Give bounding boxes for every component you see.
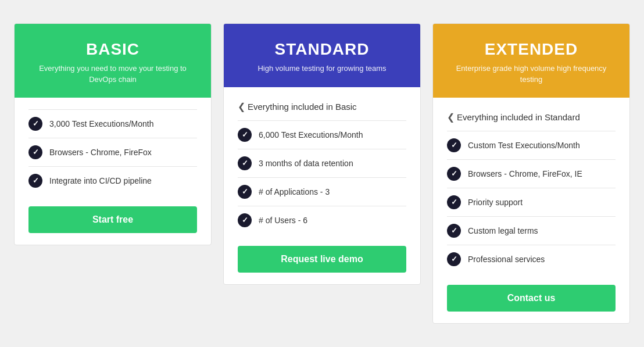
plan-header-standard: STANDARDHigh volume testing for growing … — [224, 24, 420, 87]
feature-text-standard-2: # of Applications - 3 — [259, 187, 330, 196]
feature-text-basic-1: Browsers - Chrome, FireFox — [49, 148, 152, 157]
plan-card-standard: STANDARDHigh volume testing for growing … — [223, 23, 421, 284]
plan-title-standard: STANDARD — [235, 40, 409, 59]
feature-item-standard-3: # of Users - 6 — [238, 206, 406, 234]
feature-text-extended-0: Custom Test Executions/Month — [468, 141, 580, 150]
feature-item-standard-2: # of Applications - 3 — [238, 177, 406, 206]
check-icon-basic-0 — [28, 117, 42, 131]
plan-card-extended: EXTENDEDEnterprise grade high volume hig… — [432, 23, 630, 323]
feature-text-extended-1: Browsers - Chrome, FireFox, IE — [468, 169, 582, 178]
feature-item-extended-2: Priority support — [447, 188, 616, 216]
feature-item-extended-0: Custom Test Executions/Month — [447, 131, 616, 159]
includes-arrow-icon: ❮ — [238, 101, 245, 112]
plan-title-basic: BASIC — [26, 40, 199, 59]
pricing-container: BASICEverything you need to move your te… — [14, 23, 630, 323]
plan-subtitle-extended: Enterprise grade high volume high freque… — [445, 63, 618, 84]
feature-item-standard-0: 6,000 Test Executions/Month — [238, 120, 406, 149]
feature-text-extended-3: Custom legal terms — [468, 226, 538, 235]
plan-subtitle-standard: High volume testing for growing teams — [235, 63, 409, 74]
feature-item-basic-1: Browsers - Chrome, FireFox — [28, 138, 197, 166]
plan-body-standard: ❮ Everything included in Basic6,000 Test… — [224, 87, 420, 284]
check-icon-extended-0 — [447, 138, 461, 152]
feature-item-extended-4: Professional services — [447, 245, 616, 273]
check-icon-extended-1 — [447, 167, 461, 181]
feature-text-basic-0: 3,000 Test Executions/Month — [49, 119, 154, 128]
feature-text-extended-2: Priority support — [468, 198, 523, 207]
check-icon-standard-2 — [238, 185, 252, 199]
plan-card-basic: BASICEverything you need to move your te… — [14, 23, 212, 245]
cta-button-basic[interactable]: Start free — [28, 206, 197, 233]
plan-title-extended: EXTENDED — [445, 40, 618, 59]
cta-button-extended[interactable]: Contact us — [447, 285, 616, 312]
check-icon-extended-4 — [447, 252, 461, 266]
check-icon-extended-3 — [447, 224, 461, 238]
plan-body-basic: 3,000 Test Executions/MonthBrowsers - Ch… — [15, 98, 211, 245]
plan-subtitle-basic: Everything you need to move your testing… — [26, 63, 199, 84]
feature-item-extended-1: Browsers - Chrome, FireFox, IE — [447, 159, 616, 188]
plan-includes-extended: ❮ Everything included in Standard — [447, 112, 616, 123]
check-icon-standard-0 — [238, 128, 252, 142]
plan-body-extended: ❮ Everything included in StandardCustom … — [433, 98, 629, 323]
feature-item-basic-0: 3,000 Test Executions/Month — [28, 109, 197, 138]
feature-text-standard-1: 3 months of data retention — [259, 159, 353, 168]
cta-button-standard[interactable]: Request live demo — [238, 246, 406, 273]
feature-item-basic-2: Integrate into CI/CD pipeline — [28, 166, 197, 195]
check-icon-standard-3 — [238, 213, 252, 227]
check-icon-extended-2 — [447, 195, 461, 209]
plan-includes-standard: ❮ Everything included in Basic — [238, 101, 406, 112]
plan-header-basic: BASICEverything you need to move your te… — [15, 24, 211, 97]
check-icon-basic-2 — [28, 174, 42, 188]
feature-item-extended-3: Custom legal terms — [447, 216, 616, 245]
feature-text-standard-3: # of Users - 6 — [259, 216, 307, 225]
includes-arrow-icon: ❮ — [447, 112, 455, 123]
check-icon-basic-1 — [28, 145, 42, 159]
feature-text-standard-0: 6,000 Test Executions/Month — [259, 130, 363, 139]
plan-header-extended: EXTENDEDEnterprise grade high volume hig… — [433, 24, 629, 97]
feature-text-extended-4: Professional services — [468, 255, 545, 264]
check-icon-standard-1 — [238, 156, 252, 170]
feature-item-standard-1: 3 months of data retention — [238, 149, 406, 177]
feature-text-basic-2: Integrate into CI/CD pipeline — [49, 176, 152, 185]
